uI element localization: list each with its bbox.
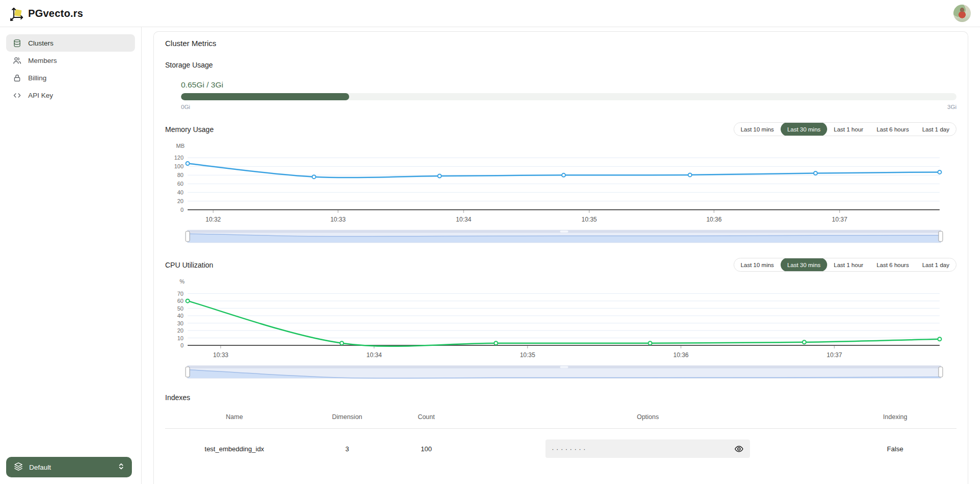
layers-icon	[13, 461, 24, 473]
memory-time-range-last-10-mins[interactable]: Last 10 mins	[734, 122, 781, 136]
database-icon	[13, 39, 21, 48]
svg-text:10:37: 10:37	[832, 216, 847, 223]
column-header-options: Options	[462, 413, 834, 421]
sidebar-item-label: API Key	[28, 92, 53, 99]
cpu-slider-left-handle[interactable]	[186, 367, 190, 377]
svg-text:MB: MB	[176, 143, 185, 149]
sidebar-item-label: Members	[28, 57, 57, 64]
storage-max-label: 3Gi	[947, 104, 956, 110]
svg-text:10:36: 10:36	[673, 351, 689, 359]
svg-text:80: 80	[177, 172, 184, 178]
storage-usage-title: Storage Usage	[165, 61, 956, 69]
index-indexing-cell: False	[834, 445, 956, 453]
svg-text:40: 40	[177, 189, 184, 195]
cpu-utilization-chart: %01020304050607010:3310:3410:3510:3610:3…	[165, 277, 956, 363]
memory-time-range-last-30-mins[interactable]: Last 30 mins	[781, 122, 827, 136]
svg-text:10:33: 10:33	[213, 351, 229, 359]
memory_mb-point	[186, 162, 190, 165]
cpu-section-header: CPU Utilization Last 10 minsLast 30 mins…	[165, 258, 956, 272]
index-dimension-cell: 3	[304, 445, 391, 453]
svg-text:10:34: 10:34	[367, 351, 382, 359]
svg-text:20: 20	[177, 198, 184, 204]
memory-zoom-slider-svg[interactable]	[165, 229, 942, 245]
sidebar-item-billing[interactable]: Billing	[6, 69, 135, 86]
svg-text:120: 120	[174, 155, 184, 161]
storage-progress-bar	[181, 93, 956, 100]
cpu-slider-right-handle[interactable]	[939, 367, 943, 377]
memory_mb-point	[688, 173, 692, 177]
memory-slider-drag-bar[interactable]	[560, 231, 568, 233]
app-logo[interactable]: PGvecto.rs	[9, 5, 83, 21]
svg-text:%: %	[179, 278, 185, 284]
index-table-row: test_embedding_idx3100········False	[165, 429, 956, 469]
cpu_percent-line	[188, 301, 940, 346]
cpu-time-range-last-1-hour[interactable]: Last 1 hour	[827, 258, 870, 272]
cpu-slider-drag-bar[interactable]	[560, 366, 568, 368]
memory-time-range-last-6-hours[interactable]: Last 6 hours	[870, 122, 916, 136]
cpu-time-range-last-6-hours[interactable]: Last 6 hours	[870, 258, 916, 272]
workspace-name: Default	[29, 464, 51, 471]
memory-slider-left-handle[interactable]	[186, 231, 190, 241]
svg-text:70: 70	[177, 291, 184, 297]
memory-chart-zoom-slider[interactable]	[165, 229, 956, 245]
user-avatar[interactable]	[953, 5, 971, 22]
svg-text:20: 20	[177, 327, 184, 334]
memory_mb-point	[562, 173, 565, 177]
cpu-time-range-last-1-day[interactable]: Last 1 day	[916, 258, 956, 272]
svg-text:10:36: 10:36	[706, 216, 722, 223]
workspace-switcher-button[interactable]: Default	[6, 457, 132, 477]
svg-text:10: 10	[177, 335, 184, 341]
storage-progress-fill	[181, 93, 349, 100]
cpu-time-range-last-30-mins[interactable]: Last 30 mins	[781, 258, 827, 272]
cpu_percent-point	[938, 337, 942, 341]
cpu-zoom-slider-svg[interactable]	[165, 365, 942, 380]
column-header-indexing: Indexing	[834, 413, 956, 421]
cpu_percent-point	[648, 341, 652, 345]
cpu_percent-point	[803, 340, 806, 344]
pgvecto-cube-axes-icon	[9, 5, 25, 21]
memory-time-range-last-1-day[interactable]: Last 1 day	[916, 122, 956, 136]
storage-usage-value: 0.65Gi / 3Gi	[181, 80, 956, 90]
cpu-chart-zoom-slider[interactable]	[165, 365, 956, 380]
cpu_percent-point	[340, 341, 344, 345]
column-header-count: Count	[391, 413, 462, 421]
sidebar-item-label: Billing	[28, 74, 47, 82]
svg-text:100: 100	[174, 163, 184, 169]
svg-text:10:35: 10:35	[520, 351, 535, 359]
reveal-options-button[interactable]	[734, 444, 744, 454]
column-header-name: Name	[165, 413, 304, 421]
memory-slider-right-handle[interactable]	[939, 231, 943, 241]
cpu-time-range-group: Last 10 minsLast 30 minsLast 1 hourLast …	[734, 258, 956, 272]
memory-section-header: Memory Usage Last 10 minsLast 30 minsLas…	[165, 122, 956, 136]
lock-icon	[13, 74, 21, 82]
cpu_percent-point	[186, 299, 190, 303]
memory_mb-point	[938, 170, 942, 174]
indexes-table-header: NameDimensionCountOptionsIndexing	[165, 407, 956, 429]
sidebar-item-label: Clusters	[28, 39, 54, 47]
cpu-time-range-last-10-mins[interactable]: Last 10 mins	[734, 258, 781, 272]
memory-time-range-last-1-hour[interactable]: Last 1 hour	[827, 122, 870, 136]
memory-usage-title: Memory Usage	[165, 125, 214, 134]
memory-chart-svg: MB02040608010012010:3210:3310:3410:3510:…	[165, 141, 942, 227]
sidebar-item-members[interactable]: Members	[6, 52, 135, 69]
indexes-table-body: test_embedding_idx3100········False	[165, 429, 956, 469]
svg-text:60: 60	[177, 181, 184, 187]
svg-text:0: 0	[180, 207, 184, 213]
indexes-title: Indexes	[165, 393, 956, 402]
memory_mb-point	[814, 171, 817, 175]
index-name-cell: test_embedding_idx	[165, 445, 304, 453]
storage-min-label: 0Gi	[181, 104, 190, 110]
chevron-up-down-icon	[118, 463, 125, 472]
memory_mb-point	[438, 174, 441, 178]
cpu_percent-point	[494, 341, 498, 345]
sidebar: ClustersMembersBillingAPI Key Default	[0, 27, 142, 484]
sidebar-item-clusters[interactable]: Clusters	[6, 34, 135, 52]
logo-text: PGvecto.rs	[28, 8, 83, 19]
svg-text:10:35: 10:35	[581, 216, 597, 223]
svg-text:10:33: 10:33	[330, 216, 346, 223]
column-header-dimension: Dimension	[304, 413, 391, 421]
sidebar-item-api-key[interactable]: API Key	[6, 86, 135, 104]
page-title: Cluster Metrics	[165, 39, 956, 48]
memory-time-range-group: Last 10 minsLast 30 minsLast 1 hourLast …	[734, 122, 956, 136]
users-icon	[13, 56, 21, 65]
